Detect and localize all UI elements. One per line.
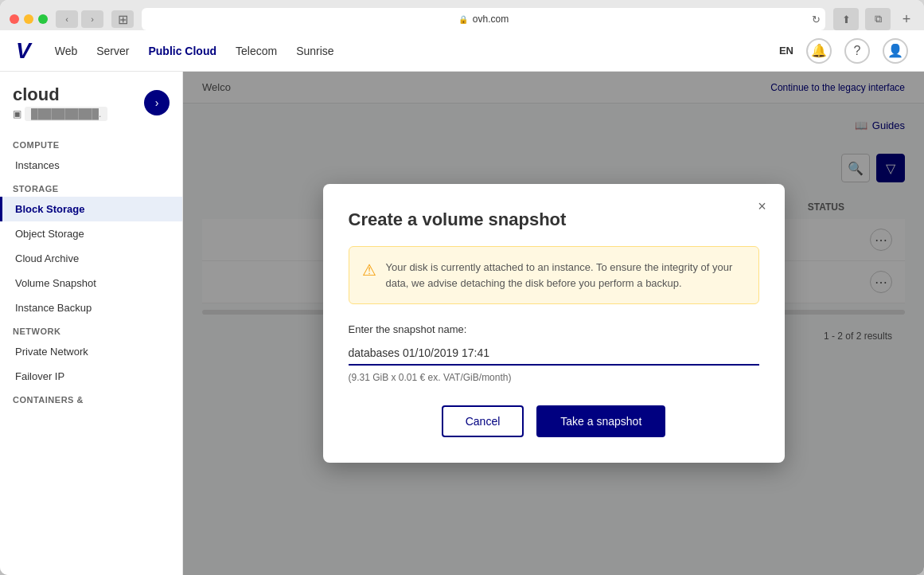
close-traffic-light[interactable] <box>10 14 19 24</box>
ovh-logo: V <box>16 38 31 64</box>
take-snapshot-button[interactable]: Take a snapshot <box>536 405 665 437</box>
user-menu-button[interactable]: 👤 <box>883 38 908 64</box>
cancel-button[interactable]: Cancel <box>442 405 524 437</box>
sidebar-item-instance-backup[interactable]: Instance Backup <box>0 295 182 320</box>
nav-public-cloud[interactable]: Public Cloud <box>148 41 216 61</box>
modal-close-button[interactable]: × <box>753 197 772 216</box>
warning-text: Your disk is currently attached to an in… <box>386 260 746 291</box>
main-nav: Web Server Public Cloud Telecom Sunrise <box>55 41 755 61</box>
forward-button[interactable]: › <box>81 10 103 28</box>
traffic-lights <box>10 14 48 24</box>
address-bar[interactable]: 🔒 ovh.com ↻ <box>142 8 825 30</box>
sidebar: cloud ▣ ██████████. › Compute Instances … <box>0 72 183 575</box>
share-button[interactable]: ⬆ <box>833 8 859 30</box>
modal-overlay: × Create a volume snapshot ⚠ Your disk i… <box>183 72 924 575</box>
project-selector[interactable]: ▣ ██████████. <box>13 107 107 121</box>
reload-button[interactable]: ↻ <box>812 14 821 25</box>
pricing-hint: (9.31 GiB x 0.01 € ex. VAT/GiB/month) <box>349 372 759 383</box>
notifications-button[interactable]: 🔔 <box>806 38 832 64</box>
nav-server[interactable]: Server <box>96 41 129 61</box>
sidebar-item-private-network[interactable]: Private Network <box>0 339 182 364</box>
sidebar-toggle-button[interactable]: ⊞ <box>111 10 134 28</box>
sidebar-item-failover-ip[interactable]: Failover IP <box>0 364 182 389</box>
sidebar-item-cloud-archive[interactable]: Cloud Archive <box>0 246 182 271</box>
site-header: V Web Server Public Cloud Telecom Sunris… <box>0 30 924 72</box>
header-actions: EN 🔔 ? 👤 <box>779 38 908 64</box>
snapshot-name-label: Enter the snapshot name: <box>349 323 759 335</box>
language-selector[interactable]: EN <box>779 45 793 57</box>
sidebar-item-volume-snapshot[interactable]: Volume Snapshot <box>0 271 182 295</box>
tab-overview-button[interactable]: ⧉ <box>865 8 891 30</box>
project-icon: ▣ <box>13 108 21 119</box>
maximize-traffic-light[interactable] <box>38 14 48 24</box>
sidebar-brand: cloud ▣ ██████████. › <box>0 84 182 134</box>
back-button[interactable]: ‹ <box>56 10 78 28</box>
warning-icon: ⚠ <box>362 260 376 291</box>
sidebar-section-compute: Compute <box>0 134 182 153</box>
sidebar-item-object-storage[interactable]: Object Storage <box>0 221 182 246</box>
new-tab-button[interactable]: + <box>899 11 914 27</box>
project-id: ██████████. <box>25 107 107 121</box>
modal-title: Create a volume snapshot <box>349 209 759 230</box>
sidebar-item-block-storage[interactable]: Block Storage <box>0 197 182 221</box>
nav-sunrise[interactable]: Sunrise <box>296 41 333 61</box>
sidebar-section-storage: Storage <box>0 178 182 197</box>
main-content: Welco Continue to the legacy interface 📖… <box>183 72 924 575</box>
nav-buttons: ‹ › <box>56 10 103 28</box>
help-button[interactable]: ? <box>844 38 870 64</box>
lock-icon: 🔒 <box>458 15 468 24</box>
modal-actions: Cancel Take a snapshot <box>349 405 759 437</box>
minimize-traffic-light[interactable] <box>24 14 33 24</box>
nav-telecom[interactable]: Telecom <box>236 41 277 61</box>
sidebar-item-instances[interactable]: Instances <box>0 153 182 178</box>
create-snapshot-modal: × Create a volume snapshot ⚠ Your disk i… <box>323 184 785 463</box>
sidebar-section-containers: Containers & <box>0 389 182 408</box>
expand-sidebar-button[interactable]: › <box>144 90 170 115</box>
warning-box: ⚠ Your disk is currently attached to an … <box>349 246 759 304</box>
sidebar-section-network: Network <box>0 320 182 339</box>
snapshot-name-input[interactable] <box>349 342 759 366</box>
url-text: ovh.com <box>473 14 509 25</box>
nav-web[interactable]: Web <box>55 41 78 61</box>
browser-actions: ⬆ ⧉ <box>833 8 891 30</box>
brand-name: cloud <box>13 84 107 105</box>
